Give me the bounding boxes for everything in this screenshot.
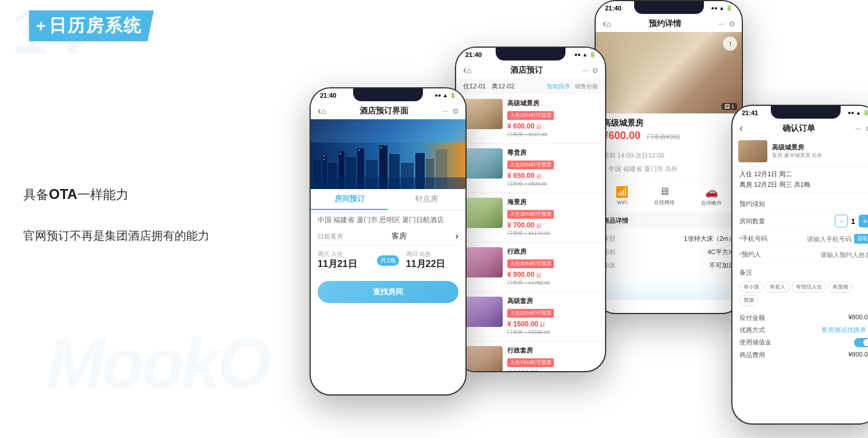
phone1-header-right: ··· ⊙ (442, 107, 458, 115)
room-price-suffix-5: 起 (540, 321, 545, 329)
room-price-1: ¥ 600.00 (507, 122, 535, 130)
phone2-sort-options: 智能排序 销售价格 (547, 83, 598, 91)
phone3-more-icon[interactable]: ··· (718, 20, 724, 28)
room-tag-5: 入住20%时可预票 (507, 309, 554, 318)
room-price-3: ¥ 700.00 (507, 221, 535, 229)
room-thumb-6 (462, 346, 503, 371)
note-tag-pet[interactable]: 有宠物 (828, 282, 852, 293)
phone1-search-btn[interactable]: 查找房间 (318, 281, 458, 303)
note-tag-elderly[interactable]: 有老人 (766, 282, 789, 293)
phone4-room-info: 高级城景房 客房 豪华城景房 后单 (772, 143, 822, 159)
phone3-area-value: 4C平方米 (707, 248, 735, 257)
phone1-room-type-label: 日租客房 (318, 232, 343, 241)
room-item-5[interactable]: 高级套房 入住20%时可预票 ¥ 1500.00 起 门市价：¥2330.00 (456, 292, 605, 341)
phone3-header-right: ··· ⊙ (718, 20, 735, 28)
title-cross-icon: + (36, 17, 45, 35)
room-price-suffix-4: 起 (536, 272, 542, 279)
room-orig-price-1: 门市价：¥937.00 (507, 131, 599, 138)
phone4-phone-input[interactable] (805, 236, 852, 243)
phone3-time: 21:40 (605, 5, 621, 12)
svg-rect-19 (380, 147, 382, 148)
room-item-6[interactable]: 行政套房 入住75%时可预票 ¥ 2188.00 起 (456, 341, 605, 371)
phone3-info-section: 时间 14:00-次日12:00 ● 中国 福建省 厦门市 岛外 (596, 145, 742, 180)
room-name-6: 行政套房 (507, 346, 599, 355)
phone4-user-icon[interactable]: ⊙ (866, 124, 868, 133)
phone1-search-form: 中国 福建省 厦门市 思明区 厦门日航酒店 日租客房 客房 › 周六 入住 11… (311, 211, 465, 308)
room-item-1[interactable]: 高级城景房 入住20%时可提票 ¥ 600.00 起 门市价：¥937.00 (456, 94, 605, 144)
phone4-notes-label: 备注 (732, 266, 868, 278)
phone2-more-icon[interactable]: ··· (582, 66, 588, 74)
phone4-header-right: ··· ⊙ (855, 124, 868, 133)
phone4-increment-btn[interactable]: + (859, 215, 868, 227)
phone3-price: ¥600.00 (603, 130, 641, 141)
svg-rect-15 (323, 155, 325, 156)
title-area: + 日历房系统 (29, 10, 154, 41)
phone1-room-type-arrow[interactable]: › (456, 231, 458, 241)
phone1-checkin-date: 11月21日 (318, 258, 370, 270)
room-price-2: ¥ 650.00 (507, 172, 535, 180)
phone3-user-icon[interactable]: ⊙ (729, 20, 735, 28)
phone4-phone-input-group: 获取 (805, 234, 868, 244)
phone4-more-icon[interactable]: ··· (855, 124, 861, 133)
room-price-4: ¥ 900.00 (507, 270, 535, 279)
room-info-1: 高级城景房 入住20%时可提票 ¥ 600.00 起 门市价：¥937.00 (507, 99, 599, 138)
phone4-phone-row: * 手机号码 获取 (739, 231, 868, 247)
car-icon: 🚗 (701, 186, 722, 198)
room-thumb-5 (462, 297, 503, 327)
room-info-4: 行政房 入住30%时可预票 ¥ 900.00 起 门市价：¥1782.00 (507, 247, 599, 287)
room-price-suffix-1: 起 (536, 123, 542, 131)
phone1-user-icon[interactable]: ⊙ (453, 107, 458, 115)
note-tag-couple[interactable]: 有情侣入住 (792, 282, 826, 293)
phone2-sort1[interactable]: 智能排序 (547, 83, 570, 91)
svg-rect-17 (340, 153, 341, 154)
phone3-booking-detail: 21:40 ●● ▲ 🔋 ‹ ⌂ 预约详情 ··· ⊙ (595, 0, 743, 314)
phone1-hotel-name: 中国 福建省 厦门市 思明区 厦门日航酒店 (318, 215, 458, 225)
phone4-dates-section: 入住 12月1日 周二 离房 12月2日 周三 共1晚 (732, 166, 868, 193)
phone3-share-icon[interactable]: ↑ (723, 37, 737, 51)
phone4-confirm-section: 预约须知 › 房间数量 − 1 + * 手机号码 获取 (732, 193, 868, 266)
room-thumb-1 (462, 99, 503, 129)
phone2-notch (496, 48, 565, 60)
facility-car: 🚗 在停略件 (701, 186, 722, 207)
phone1-more-icon[interactable]: ··· (442, 107, 448, 115)
tab-pinpoint-room[interactable]: 针点房 (388, 189, 465, 210)
room-thumb-4 (462, 247, 503, 277)
phone1-home-icon[interactable]: ⌂ (321, 106, 326, 116)
phone4-status-icons: ●● ▲ 🔋 (848, 110, 868, 116)
room-name-4: 行政房 (507, 247, 599, 256)
phone4-discount-label: 优惠方式 (739, 326, 765, 334)
phone3-area-row: 面积 4C平方米 (603, 245, 735, 259)
phone2-home-icon[interactable]: ⌂ (467, 66, 471, 75)
room-price-suffix-2: 起 (536, 173, 542, 180)
phone4-stored-label: 使用储值金 (739, 338, 771, 347)
phone2-room-list: 21:40 ●● ▲ 🔋 ‹ ⌂ 酒店预订 ··· ⊙ 住12-01 离12 (455, 47, 606, 372)
room-item-4[interactable]: 行政房 入住30%时可预票 ¥ 900.00 起 门市价：¥1782.00 (456, 243, 605, 292)
tab-room-booking[interactable]: 房间预订 (311, 189, 388, 210)
room-item-3[interactable]: 海景房 入住30%时可预票 ¥ 700.00 起 门市价：¥1170.00 (456, 193, 605, 243)
phone2-user-icon[interactable]: ⊙ (592, 66, 598, 74)
phone1-room-type-row: 日租客房 客房 › (318, 227, 458, 245)
phone2-app-header: ‹ ⌂ 酒店预订 ··· ⊙ (456, 62, 605, 79)
room-tag-2: 入住20%时可预票 (507, 161, 554, 169)
room-item-2[interactable]: 尊贵房 入住20%时可预票 ¥ 650.00 起 门市价：¥820.00 (456, 144, 605, 193)
phone1-status-icons: ●● ▲ 🔋 (435, 92, 456, 98)
note-tag-nosmoking[interactable]: 禁烟 (739, 295, 758, 306)
phone3-home-icon[interactable]: ⌂ (606, 19, 611, 29)
phone4-discount-row[interactable]: 优惠方式 客房测试优惠券 > (739, 324, 868, 336)
phone4-booker-input[interactable] (802, 251, 868, 258)
phone4-stored-toggle[interactable] (854, 338, 868, 347)
phone3-time-label: 时间 14:00-次日12:00 (603, 151, 664, 160)
phone4-notification-row[interactable]: 预约须知 › (739, 197, 868, 212)
phone4-amount-label: 应付金额 (739, 314, 765, 322)
phone4-phone-btn[interactable]: 获取 (854, 234, 868, 244)
phone1-notch (353, 88, 423, 101)
phone2-room-list: 高级城景房 入住20%时可提票 ¥ 600.00 起 门市价：¥937.00 尊… (456, 94, 605, 371)
phone1-screen: 21:40 ●● ▲ 🔋 ‹ ⌂ 酒店预订界面 ··· ⊙ (311, 88, 465, 394)
phone3-status-icons: ●● ▲ 🔋 (711, 5, 732, 11)
room-price-suffix-6: 起 (540, 371, 545, 371)
note-tag-children[interactable]: 有小孩 (739, 282, 763, 293)
phone4-decrement-btn[interactable]: − (835, 215, 848, 227)
left-content: 具备OTA一样能力 官网预订不再是集团酒店拥有的能力 (23, 186, 209, 244)
room-tag-1: 入住20%时可提票 (507, 111, 554, 120)
phone2-sort2[interactable]: 销售价格 (575, 83, 598, 91)
